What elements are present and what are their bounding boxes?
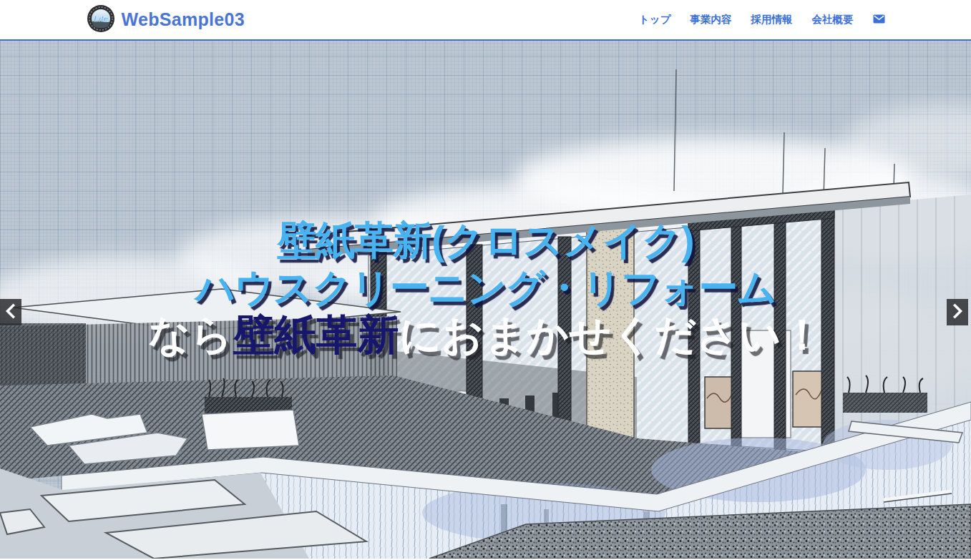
- main-nav: トップ 事業内容 採用情報 会社概要: [639, 13, 885, 26]
- chevron-left-icon: [3, 302, 19, 323]
- hero-carousel: 壁紙革新(クロスメイク) ハウスクリーニング・リフォーム なら壁紙革新におまかせ…: [0, 41, 971, 559]
- carousel-next-button[interactable]: [947, 299, 968, 325]
- nav-item-top[interactable]: トップ: [639, 13, 671, 26]
- life-badge-icon: Life: [87, 4, 115, 36]
- site-header: Life WebSample03 トップ 事業内容 採用情報 会社概要: [0, 0, 971, 41]
- nav-item-recruit[interactable]: 採用情報: [751, 13, 793, 26]
- nav-item-contact[interactable]: [873, 14, 885, 26]
- carousel-prev-button[interactable]: [0, 299, 21, 325]
- nav-item-company[interactable]: 会社概要: [812, 13, 854, 26]
- envelope-icon: [873, 14, 885, 26]
- chevron-right-icon: [950, 302, 965, 323]
- svg-text:Life: Life: [94, 14, 108, 23]
- header-inner: Life WebSample03 トップ 事業内容 採用情報 会社概要: [87, 0, 885, 39]
- brand-name: WebSample03: [122, 9, 245, 30]
- nav-item-business[interactable]: 事業内容: [691, 13, 732, 26]
- hero-illustration: [0, 41, 971, 559]
- brand-link[interactable]: Life WebSample03: [87, 4, 245, 36]
